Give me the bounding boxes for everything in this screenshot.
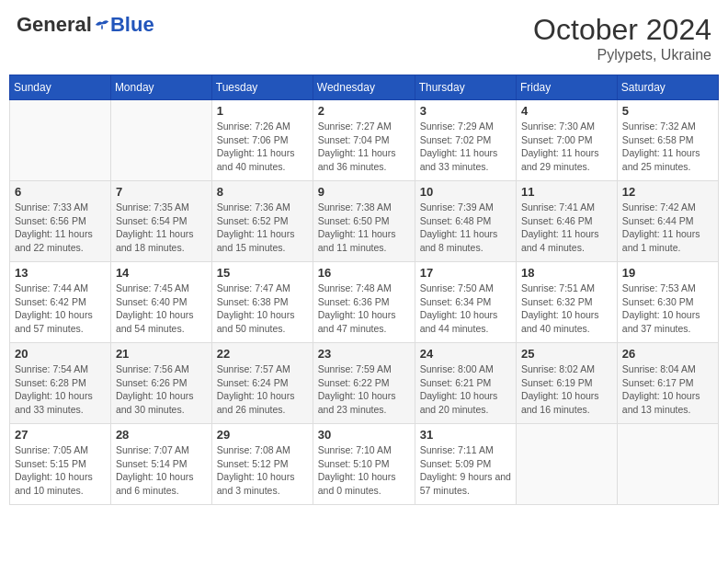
calendar-cell: 28Sunrise: 7:07 AMSunset: 5:14 PMDayligh… (110, 424, 211, 505)
bird-icon (94, 17, 110, 32)
day-number: 6 (15, 185, 106, 199)
day-info: Sunrise: 7:50 AMSunset: 6:34 PMDaylight:… (420, 282, 511, 336)
weekday-header: Wednesday (313, 75, 415, 100)
day-number: 5 (622, 104, 713, 118)
calendar-cell: 24Sunrise: 8:00 AMSunset: 6:21 PMDayligh… (415, 343, 516, 424)
weekday-header: Sunday (10, 75, 111, 100)
day-number: 1 (217, 104, 308, 118)
day-info: Sunrise: 7:44 AMSunset: 6:42 PMDaylight:… (15, 282, 106, 336)
day-info: Sunrise: 7:07 AMSunset: 5:14 PMDaylight:… (116, 443, 207, 498)
day-info: Sunrise: 7:35 AMSunset: 6:54 PMDaylight:… (116, 201, 207, 255)
calendar-cell: 8Sunrise: 7:36 AMSunset: 6:52 PMDaylight… (211, 181, 313, 262)
calendar-cell: 30Sunrise: 7:10 AMSunset: 5:10 PMDayligh… (313, 424, 415, 505)
day-number: 30 (318, 428, 410, 442)
calendar-cell: 21Sunrise: 7:56 AMSunset: 6:26 PMDayligh… (110, 343, 211, 424)
day-number: 13 (15, 266, 106, 280)
day-number: 23 (318, 347, 410, 361)
calendar-cell: 27Sunrise: 7:05 AMSunset: 5:15 PMDayligh… (10, 424, 111, 505)
calendar-cell: 23Sunrise: 7:59 AMSunset: 6:22 PMDayligh… (313, 343, 415, 424)
day-number: 25 (521, 347, 612, 361)
page-header: General Blue October 2024 Pylypets, Ukra… (9, 9, 719, 67)
weekday-header: Tuesday (211, 75, 313, 100)
calendar-cell (110, 100, 211, 181)
day-number: 28 (116, 428, 207, 442)
day-info: Sunrise: 7:38 AMSunset: 6:50 PMDaylight:… (318, 201, 410, 255)
day-number: 2 (318, 104, 410, 118)
logo: General Blue (17, 13, 154, 37)
calendar-cell: 20Sunrise: 7:54 AMSunset: 6:28 PMDayligh… (10, 343, 111, 424)
calendar-cell: 31Sunrise: 7:11 AMSunset: 5:09 PMDayligh… (415, 424, 516, 505)
day-info: Sunrise: 7:36 AMSunset: 6:52 PMDaylight:… (217, 201, 308, 255)
calendar-table: SundayMondayTuesdayWednesdayThursdayFrid… (9, 75, 719, 505)
calendar-cell: 19Sunrise: 7:53 AMSunset: 6:30 PMDayligh… (617, 262, 718, 343)
calendar-cell: 4Sunrise: 7:30 AMSunset: 7:00 PMDaylight… (516, 100, 617, 181)
day-info: Sunrise: 7:56 AMSunset: 6:26 PMDaylight:… (116, 362, 207, 417)
day-info: Sunrise: 7:39 AMSunset: 6:48 PMDaylight:… (420, 201, 511, 255)
calendar-cell: 15Sunrise: 7:47 AMSunset: 6:38 PMDayligh… (211, 262, 313, 343)
calendar-week-row: 6Sunrise: 7:33 AMSunset: 6:56 PMDaylight… (10, 181, 719, 262)
calendar-cell: 10Sunrise: 7:39 AMSunset: 6:48 PMDayligh… (415, 181, 516, 262)
calendar-cell: 1Sunrise: 7:26 AMSunset: 7:06 PMDaylight… (211, 100, 313, 181)
location-heading: Pylypets, Ukraine (533, 47, 711, 63)
calendar-cell (617, 424, 718, 505)
calendar-week-row: 20Sunrise: 7:54 AMSunset: 6:28 PMDayligh… (10, 343, 719, 424)
day-number: 26 (622, 347, 713, 361)
day-number: 12 (622, 185, 713, 199)
day-info: Sunrise: 7:42 AMSunset: 6:44 PMDaylight:… (622, 201, 713, 255)
calendar-week-row: 27Sunrise: 7:05 AMSunset: 5:15 PMDayligh… (10, 424, 719, 505)
calendar-week-row: 1Sunrise: 7:26 AMSunset: 7:06 PMDaylight… (10, 100, 719, 181)
day-number: 3 (420, 104, 511, 118)
day-number: 31 (420, 428, 511, 442)
day-number: 18 (521, 266, 612, 280)
calendar-cell (10, 100, 111, 181)
day-info: Sunrise: 7:32 AMSunset: 6:58 PMDaylight:… (622, 120, 713, 174)
day-number: 20 (15, 347, 106, 361)
calendar-cell: 11Sunrise: 7:41 AMSunset: 6:46 PMDayligh… (516, 181, 617, 262)
calendar-cell: 12Sunrise: 7:42 AMSunset: 6:44 PMDayligh… (617, 181, 718, 262)
calendar-cell: 16Sunrise: 7:48 AMSunset: 6:36 PMDayligh… (313, 262, 415, 343)
day-info: Sunrise: 7:59 AMSunset: 6:22 PMDaylight:… (318, 362, 410, 417)
calendar-week-row: 13Sunrise: 7:44 AMSunset: 6:42 PMDayligh… (10, 262, 719, 343)
calendar-cell: 18Sunrise: 7:51 AMSunset: 6:32 PMDayligh… (516, 262, 617, 343)
day-number: 14 (116, 266, 207, 280)
day-number: 24 (420, 347, 511, 361)
day-info: Sunrise: 7:47 AMSunset: 6:38 PMDaylight:… (217, 282, 308, 336)
weekday-header: Thursday (415, 75, 516, 100)
day-info: Sunrise: 7:57 AMSunset: 6:24 PMDaylight:… (217, 362, 308, 417)
day-number: 8 (217, 185, 308, 199)
day-info: Sunrise: 7:05 AMSunset: 5:15 PMDaylight:… (15, 443, 106, 498)
day-info: Sunrise: 7:33 AMSunset: 6:56 PMDaylight:… (15, 201, 106, 255)
logo-blue: Blue (110, 13, 154, 37)
day-number: 21 (116, 347, 207, 361)
day-info: Sunrise: 7:10 AMSunset: 5:10 PMDaylight:… (318, 443, 410, 498)
calendar-cell: 22Sunrise: 7:57 AMSunset: 6:24 PMDayligh… (211, 343, 313, 424)
calendar-cell: 17Sunrise: 7:50 AMSunset: 6:34 PMDayligh… (415, 262, 516, 343)
calendar-cell: 13Sunrise: 7:44 AMSunset: 6:42 PMDayligh… (10, 262, 111, 343)
day-info: Sunrise: 7:26 AMSunset: 7:06 PMDaylight:… (217, 120, 308, 174)
calendar-cell (516, 424, 617, 505)
day-number: 29 (217, 428, 308, 442)
day-info: Sunrise: 7:11 AMSunset: 5:09 PMDaylight:… (420, 443, 511, 498)
calendar-cell: 14Sunrise: 7:45 AMSunset: 6:40 PMDayligh… (110, 262, 211, 343)
day-info: Sunrise: 7:45 AMSunset: 6:40 PMDaylight:… (116, 282, 207, 336)
day-info: Sunrise: 7:53 AMSunset: 6:30 PMDaylight:… (622, 282, 713, 336)
calendar-cell: 9Sunrise: 7:38 AMSunset: 6:50 PMDaylight… (313, 181, 415, 262)
calendar-cell: 3Sunrise: 7:29 AMSunset: 7:02 PMDaylight… (415, 100, 516, 181)
day-info: Sunrise: 8:04 AMSunset: 6:17 PMDaylight:… (622, 362, 713, 417)
day-info: Sunrise: 7:27 AMSunset: 7:04 PMDaylight:… (318, 120, 410, 174)
day-info: Sunrise: 7:54 AMSunset: 6:28 PMDaylight:… (15, 362, 106, 417)
day-info: Sunrise: 7:29 AMSunset: 7:02 PMDaylight:… (420, 120, 511, 174)
day-number: 10 (420, 185, 511, 199)
weekday-header: Saturday (617, 75, 718, 100)
day-info: Sunrise: 7:41 AMSunset: 6:46 PMDaylight:… (521, 201, 612, 255)
day-info: Sunrise: 7:30 AMSunset: 7:00 PMDaylight:… (521, 120, 612, 174)
logo-general: General (17, 13, 92, 37)
day-number: 15 (217, 266, 308, 280)
calendar-cell: 2Sunrise: 7:27 AMSunset: 7:04 PMDaylight… (313, 100, 415, 181)
day-info: Sunrise: 7:51 AMSunset: 6:32 PMDaylight:… (521, 282, 612, 336)
calendar-cell: 7Sunrise: 7:35 AMSunset: 6:54 PMDaylight… (110, 181, 211, 262)
day-info: Sunrise: 7:08 AMSunset: 5:12 PMDaylight:… (217, 443, 308, 498)
calendar-cell: 26Sunrise: 8:04 AMSunset: 6:17 PMDayligh… (617, 343, 718, 424)
day-number: 7 (116, 185, 207, 199)
calendar-cell: 29Sunrise: 7:08 AMSunset: 5:12 PMDayligh… (211, 424, 313, 505)
